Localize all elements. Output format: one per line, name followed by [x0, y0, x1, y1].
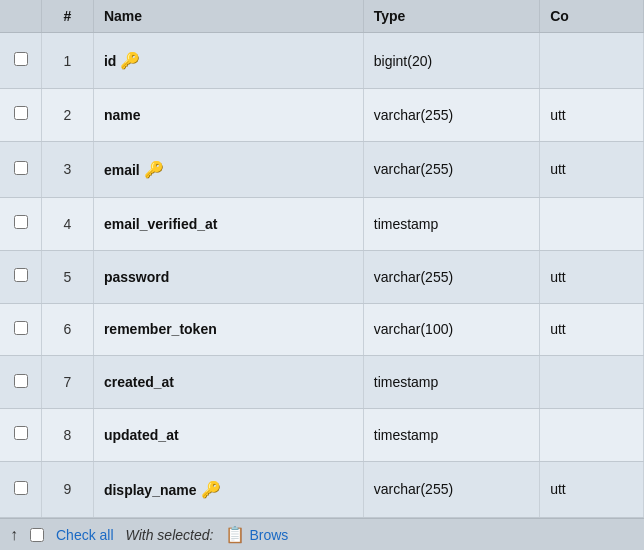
- row-9-type: varchar(255): [363, 461, 539, 517]
- row-2-checkbox[interactable]: [14, 106, 28, 120]
- row-8-type: timestamp: [363, 409, 539, 462]
- header-co-col: Co: [540, 0, 644, 33]
- main-container: # Name Type Co 1id 🔑bigint(20)2namevarch…: [0, 0, 644, 550]
- footer-checkbox[interactable]: [30, 528, 44, 542]
- browse-icon: 📋: [225, 525, 245, 544]
- row-1-collation: [540, 33, 644, 89]
- table-row: 6remember_tokenvarchar(100)utt: [0, 303, 644, 356]
- browse-button[interactable]: 📋 Brows: [225, 525, 288, 544]
- table-header-row: # Name Type Co: [0, 0, 644, 33]
- row-7-name: created_at: [93, 356, 363, 409]
- table-row: 4email_verified_attimestamp: [0, 197, 644, 250]
- row-7-checkbox[interactable]: [14, 374, 28, 388]
- row-4-collation: [540, 197, 644, 250]
- row-6-name: remember_token: [93, 303, 363, 356]
- row-9-key-icon: 🔑: [201, 480, 221, 499]
- table-body: 1id 🔑bigint(20)2namevarchar(255)utt3emai…: [0, 33, 644, 518]
- header-name-col: Name: [93, 0, 363, 33]
- row-2-collation: utt: [540, 89, 644, 142]
- header-num-col: #: [42, 0, 94, 33]
- row-5-checkbox-cell: [0, 250, 42, 303]
- row-3-number: 3: [42, 141, 94, 197]
- row-6-number: 6: [42, 303, 94, 356]
- row-6-type: varchar(100): [363, 303, 539, 356]
- row-5-type: varchar(255): [363, 250, 539, 303]
- row-3-type: varchar(255): [363, 141, 539, 197]
- row-4-checkbox[interactable]: [14, 215, 28, 229]
- row-7-collation: [540, 356, 644, 409]
- row-8-name: updated_at: [93, 409, 363, 462]
- row-3-key-icon: 🔑: [144, 160, 164, 179]
- table-row: 8updated_attimestamp: [0, 409, 644, 462]
- header-type-col: Type: [363, 0, 539, 33]
- row-5-collation: utt: [540, 250, 644, 303]
- table-row: 9display_name 🔑varchar(255)utt: [0, 461, 644, 517]
- row-3-checkbox-cell: [0, 141, 42, 197]
- with-selected-text: With selected:: [126, 527, 214, 543]
- row-4-checkbox-cell: [0, 197, 42, 250]
- row-2-checkbox-cell: [0, 89, 42, 142]
- row-6-checkbox-cell: [0, 303, 42, 356]
- row-9-number: 9: [42, 461, 94, 517]
- up-arrow-icon[interactable]: ↑: [10, 526, 18, 544]
- row-1-checkbox-cell: [0, 33, 42, 89]
- row-4-name: email_verified_at: [93, 197, 363, 250]
- row-9-name: display_name 🔑: [93, 461, 363, 517]
- row-2-type: varchar(255): [363, 89, 539, 142]
- row-9-collation: utt: [540, 461, 644, 517]
- row-3-collation: utt: [540, 141, 644, 197]
- row-2-name: name: [93, 89, 363, 142]
- row-1-number: 1: [42, 33, 94, 89]
- row-2-number: 2: [42, 89, 94, 142]
- table-row: 3email 🔑varchar(255)utt: [0, 141, 644, 197]
- row-7-type: timestamp: [363, 356, 539, 409]
- row-1-checkbox[interactable]: [14, 52, 28, 66]
- browse-label: Brows: [249, 527, 288, 543]
- row-7-number: 7: [42, 356, 94, 409]
- row-3-checkbox[interactable]: [14, 161, 28, 175]
- table-row: 2namevarchar(255)utt: [0, 89, 644, 142]
- row-6-checkbox[interactable]: [14, 321, 28, 335]
- row-8-checkbox[interactable]: [14, 426, 28, 440]
- row-4-type: timestamp: [363, 197, 539, 250]
- row-1-name: id 🔑: [93, 33, 363, 89]
- row-8-number: 8: [42, 409, 94, 462]
- table-row: 7created_attimestamp: [0, 356, 644, 409]
- columns-table: # Name Type Co 1id 🔑bigint(20)2namevarch…: [0, 0, 644, 518]
- row-9-checkbox[interactable]: [14, 481, 28, 495]
- row-4-number: 4: [42, 197, 94, 250]
- table-row: 5passwordvarchar(255)utt: [0, 250, 644, 303]
- row-9-checkbox-cell: [0, 461, 42, 517]
- row-5-name: password: [93, 250, 363, 303]
- row-3-name: email 🔑: [93, 141, 363, 197]
- row-5-number: 5: [42, 250, 94, 303]
- check-all-link[interactable]: Check all: [56, 527, 114, 543]
- row-8-checkbox-cell: [0, 409, 42, 462]
- table-row: 1id 🔑bigint(20): [0, 33, 644, 89]
- footer-bar: ↑ Check all With selected: 📋 Brows: [0, 518, 644, 550]
- row-1-key-icon: 🔑: [120, 51, 140, 70]
- header-checkbox-col: [0, 0, 42, 33]
- row-1-type: bigint(20): [363, 33, 539, 89]
- row-8-collation: [540, 409, 644, 462]
- row-7-checkbox-cell: [0, 356, 42, 409]
- row-6-collation: utt: [540, 303, 644, 356]
- row-5-checkbox[interactable]: [14, 268, 28, 282]
